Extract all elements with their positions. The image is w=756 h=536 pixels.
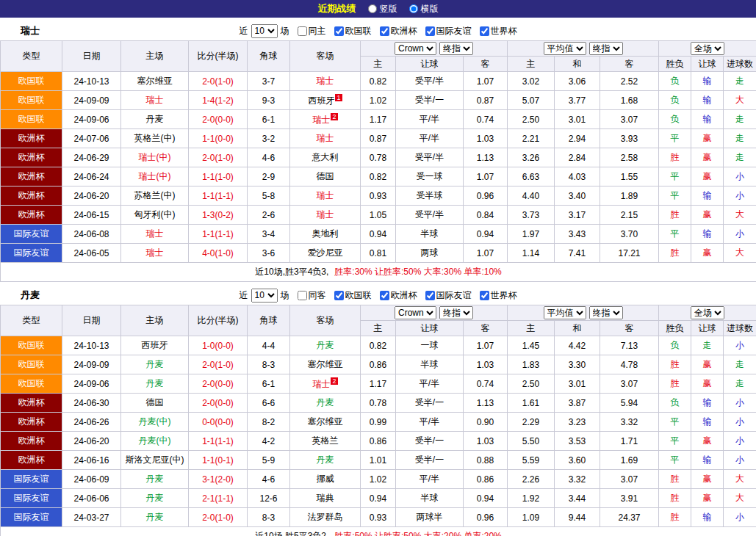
checkbox-input[interactable] [298, 26, 307, 36]
column-header: 角球 [248, 41, 290, 72]
winlose-result-cell: 负 [659, 91, 691, 110]
winlose-result-cell: 胜 [659, 355, 691, 374]
home-team-cell: 瑞士 [121, 91, 189, 110]
odds-cell: 0.78 [361, 148, 396, 167]
scope-select[interactable]: 全场 [691, 42, 724, 55]
filter-checkbox[interactable]: 同客 [298, 289, 326, 302]
filter-checkbox[interactable]: 国际友谊 [425, 25, 472, 37]
match-type-badge: 欧国联 [1, 336, 62, 355]
home-team-cell: 丹麦 [121, 489, 189, 508]
odds-cell: 1.07 [464, 72, 508, 91]
avg-odds-cell: 4.78 [600, 355, 659, 374]
match-type-badge: 国际友谊 [1, 225, 62, 244]
average-select[interactable]: 平均值 [544, 42, 586, 55]
odds-final-select[interactable]: 终指 [439, 306, 473, 319]
odds-cell: 1.07 [464, 167, 508, 186]
filter-controls: 近10场同主欧国联欧洲杯国际友谊世界杯 [240, 24, 517, 38]
column-header: 比分(半场) [189, 41, 248, 72]
table-row: 欧洲杯24-07-06英格兰(中)1-1(0-0)3-2瑞士0.87平/半1.0… [1, 129, 756, 148]
avg-odds-cell: 9.44 [555, 508, 600, 527]
checkbox-label: 欧国联 [345, 25, 372, 37]
handicap-result-cell: 输 [691, 413, 724, 432]
handicap-cell: 平/半 [396, 470, 464, 489]
page-title: 近期战绩 [318, 2, 356, 15]
away-team-name: 丹麦 [317, 397, 334, 408]
layout-radio-input[interactable] [409, 4, 418, 13]
checkbox-input[interactable] [480, 291, 489, 300]
avg-final-select[interactable]: 终指 [589, 42, 623, 55]
filter-checkbox[interactable]: 国际友谊 [425, 289, 472, 302]
avg-odds-cell: 2.21 [508, 129, 555, 148]
avg-odds-cell: 1.92 [508, 489, 555, 508]
match-type-badge: 欧国联 [1, 374, 62, 394]
average-select[interactable]: 平均值 [544, 306, 586, 319]
home-team-name: 丹麦(中) [139, 416, 171, 427]
corners-cell: 12-6 [248, 489, 290, 508]
home-team-name: 瑞士 [146, 95, 164, 105]
handicap-result-cell: 输 [691, 110, 724, 129]
handicap-result-cell: 赢 [691, 206, 724, 225]
odds-cell: 0.74 [464, 374, 508, 394]
sub-column-header: 胜负 [659, 321, 691, 336]
checkbox-input[interactable] [334, 291, 344, 300]
goals-result-cell: 小 [724, 508, 756, 527]
checkbox-input[interactable] [334, 26, 344, 36]
checkbox-input[interactable] [298, 291, 307, 300]
table-row: 欧洲杯24-06-26丹麦(中)0-0(0-0)8-2塞尔维亚0.99平/半0.… [1, 413, 756, 432]
handicap-cell: 受半球 [396, 186, 464, 206]
avg-odds-cell: 24.37 [600, 508, 659, 527]
checkbox-input[interactable] [425, 291, 435, 300]
filter-checkbox[interactable]: 欧洲杯 [380, 289, 417, 302]
checkbox-input[interactable] [380, 291, 389, 300]
checkbox-input[interactable] [425, 26, 435, 36]
checkbox-label: 世界杯 [491, 289, 517, 302]
table-row: 欧洲杯24-06-29瑞士(中)2-0(1-0)4-6意大利0.78受平/半1.… [1, 148, 756, 167]
filter-checkbox[interactable]: 欧洲杯 [380, 25, 417, 37]
odds-cell: 0.74 [464, 110, 508, 129]
layout-radio-input[interactable] [368, 4, 377, 13]
handicap-cell: 受平/半 [396, 148, 464, 167]
date-cell: 24-03-27 [62, 508, 121, 527]
match-count-select[interactable]: 10 [251, 24, 278, 38]
handicap-cell: 半球 [396, 355, 464, 374]
date-cell: 24-06-08 [62, 225, 121, 244]
handicap-cell: 两球 [396, 244, 464, 263]
checkbox-input[interactable] [480, 26, 489, 36]
handicap-cell: 受平/半 [396, 72, 464, 91]
odds-final-select[interactable]: 终指 [439, 42, 473, 55]
filter-checkbox[interactable]: 欧国联 [334, 289, 372, 302]
home-team-name: 瑞士 [146, 228, 164, 239]
filter-checkbox[interactable]: 同主 [298, 25, 326, 37]
winlose-result-cell: 胜 [659, 489, 691, 508]
odds-cell: 1.02 [361, 470, 396, 489]
layout-option-horizontal[interactable]: 横版 [409, 3, 439, 15]
score-cell: 2-0(1-0) [189, 148, 248, 167]
layout-option-vertical[interactable]: 竖版 [368, 3, 397, 15]
score-cell: 2-0(1-0) [189, 355, 248, 374]
checkbox-input[interactable] [380, 26, 389, 36]
goals-result-cell: 小 [724, 451, 756, 470]
away-team-name: 瑞士 [317, 76, 334, 86]
match-count-select[interactable]: 10 [251, 289, 278, 303]
bookmaker-select[interactable]: Crown [395, 42, 436, 55]
goals-result-cell: 大 [724, 244, 756, 263]
away-team-name: 瑞士 [312, 379, 330, 389]
table-head: 类型日期主场比分(半场)角球客场Crown终指平均值终指全场主让球客主和客胜负让… [1, 41, 756, 72]
match-type-badge: 欧国联 [1, 72, 62, 91]
avg-final-select[interactable]: 终指 [589, 306, 623, 319]
handicap-result-cell: 赢 [691, 167, 724, 186]
scope-select[interactable]: 全场 [691, 306, 724, 319]
select-group-header: Crown终指 [361, 305, 508, 321]
odds-cell: 0.78 [361, 394, 396, 413]
avg-odds-cell: 4.03 [555, 167, 600, 186]
filter-checkbox[interactable]: 世界杯 [480, 25, 517, 37]
away-team-name: 丹麦 [317, 340, 334, 350]
sub-column-header: 让球 [691, 57, 724, 72]
away-team-name: 爱沙尼亚 [308, 247, 343, 258]
handicap-cell: 半球 [396, 489, 464, 508]
filter-checkbox[interactable]: 世界杯 [480, 289, 517, 302]
bookmaker-select[interactable]: Crown [395, 306, 436, 319]
home-team-name: 丹麦 [146, 512, 164, 522]
filter-checkbox[interactable]: 欧国联 [334, 25, 372, 37]
corners-cell: 9-3 [248, 91, 290, 110]
